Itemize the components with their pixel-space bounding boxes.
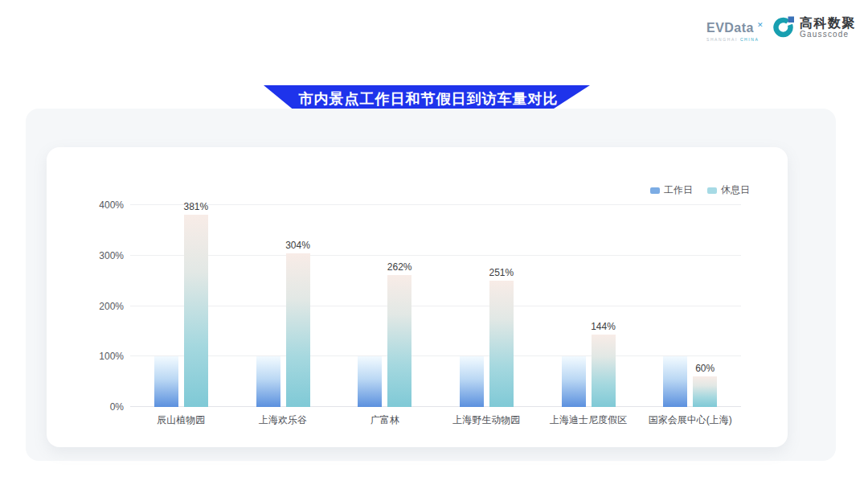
- bar-pair: 144%: [538, 205, 640, 407]
- x-axis-label: 上海野生动物园: [452, 413, 520, 427]
- header-logos: EVData ✕ SHANGHAI CHINA 高科数聚 Gausscode: [706, 16, 856, 42]
- x-axis-label: 上海欢乐谷: [259, 413, 307, 427]
- bar-value-label: 262%: [387, 261, 412, 273]
- y-tick-label: 100%: [99, 351, 124, 362]
- evdata-wordmark: EVData ✕: [706, 21, 762, 35]
- gausscode-logo: 高科数聚 Gausscode: [772, 16, 856, 39]
- chart-panel: 工作日休息日 0%100%200%300%400% 381%辰山植物园304%上…: [26, 109, 836, 461]
- chart-legend: 工作日休息日: [650, 183, 750, 197]
- y-tick-label: 300%: [99, 250, 124, 261]
- page-title: 市内景点工作日和节假日到访车量对比: [296, 89, 559, 109]
- bar-value-label: 251%: [489, 267, 514, 278]
- legend-label: 休息日: [721, 183, 750, 197]
- bar-休息日: 304%: [286, 253, 310, 407]
- bar-pair: 381%: [130, 205, 232, 407]
- bar-工作日: [663, 356, 687, 407]
- legend-swatch: [650, 187, 660, 194]
- bar-group: 381%辰山植物园: [130, 205, 232, 407]
- legend-swatch: [707, 187, 717, 194]
- bar-工作日: [358, 356, 382, 407]
- gausscode-en-name: Gausscode: [800, 30, 856, 39]
- bar-group: 262%广富林: [334, 205, 436, 407]
- bar-工作日: [154, 356, 178, 407]
- y-tick-label: 0%: [110, 401, 124, 413]
- y-axis-labels: 0%100%200%300%400%: [71, 205, 124, 407]
- legend-label: 工作日: [664, 183, 693, 197]
- y-tick-label: 200%: [99, 301, 124, 312]
- bar-group: 304%上海欢乐谷: [232, 205, 334, 407]
- legend-item[interactable]: 休息日: [707, 183, 750, 197]
- x-axis-label: 广富林: [371, 413, 399, 427]
- bar-group: 144%上海迪士尼度假区: [538, 205, 640, 407]
- bar-休息日: 262%: [387, 275, 411, 407]
- chart-card: 工作日休息日 0%100%200%300%400% 381%辰山植物园304%上…: [47, 147, 788, 447]
- x-axis-label: 上海迪士尼度假区: [550, 413, 627, 427]
- evdata-logo: EVData ✕ SHANGHAI CHINA: [706, 16, 762, 42]
- x-axis-label: 国家会展中心(上海): [649, 413, 732, 427]
- bar-pair: 60%: [639, 205, 741, 407]
- bar-groups: 381%辰山植物园304%上海欢乐谷262%广富林251%上海野生动物园144%…: [130, 205, 741, 407]
- bar-pair: 251%: [436, 205, 538, 407]
- gausscode-c-icon: [772, 16, 795, 39]
- bar-休息日: 381%: [184, 215, 208, 407]
- plot-area: 381%辰山植物园304%上海欢乐谷262%广富林251%上海野生动物园144%…: [130, 205, 741, 407]
- bar-工作日: [562, 356, 586, 407]
- bar-group: 251%上海野生动物园: [436, 205, 538, 407]
- gausscode-text: 高科数聚 Gausscode: [800, 16, 856, 39]
- gausscode-cn-name: 高科数聚: [800, 16, 856, 30]
- bar-pair: 262%: [334, 205, 436, 407]
- bar-休息日: 251%: [489, 281, 514, 408]
- bar-value-label: 304%: [285, 240, 310, 251]
- legend-item[interactable]: 工作日: [650, 183, 693, 197]
- evdata-wordmark-text: EVData: [706, 21, 754, 35]
- evdata-subtext: SHANGHAI CHINA: [706, 37, 759, 42]
- bar-休息日: 60%: [693, 376, 717, 407]
- y-tick-label: 400%: [99, 199, 124, 211]
- bar-工作日: [256, 356, 280, 407]
- bar-value-label: 381%: [183, 201, 208, 212]
- evdata-x-icon: ✕: [757, 18, 764, 32]
- bar-value-label: 60%: [695, 363, 714, 374]
- bar-工作日: [460, 356, 484, 407]
- bar-value-label: 144%: [591, 321, 616, 332]
- x-axis-label: 辰山植物园: [157, 413, 205, 427]
- bar-休息日: 144%: [592, 335, 616, 407]
- bar-pair: 304%: [232, 205, 334, 407]
- bar-group: 60%国家会展中心(上海): [639, 205, 741, 407]
